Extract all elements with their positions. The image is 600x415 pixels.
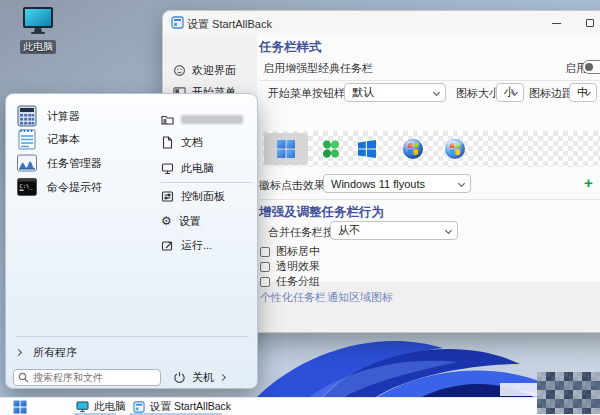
notepad-icon <box>16 128 38 150</box>
menu-item-command-prompt[interactable]: C:\_ 命令提示符 <box>16 175 151 199</box>
menu-item-label: 控制面板 <box>181 189 225 204</box>
window-titlebar[interactable]: 设置 StartAllBack <box>163 11 600 35</box>
flyout-dropdown[interactable]: Windows 11 flyouts <box>323 174 471 193</box>
orb-option-win10[interactable] <box>347 133 387 165</box>
control-panel-icon <box>161 190 174 203</box>
checkbox-label: 任务分组 <box>276 274 320 289</box>
enable-classic-taskbar-label: 启用增强型经典任务栏 <box>263 61 373 76</box>
all-programs-label: 所有程序 <box>33 345 77 360</box>
monitor-icon <box>12 6 64 36</box>
chevron-down-icon <box>458 180 465 187</box>
desktop-icon-this-pc[interactable]: 此电脑 <box>12 6 64 54</box>
taskbar-button-label: 此电脑 <box>94 400 126 414</box>
taskbar-button-label: 设置 StartAllBack <box>150 400 231 414</box>
dropdown-value: 默认 <box>352 85 374 100</box>
menu-item-control-panel[interactable]: 控制面板 <box>161 188 253 204</box>
menu-item-label: 运行... <box>181 238 212 253</box>
taskbar: 此电脑 设置 StartAllBack <box>0 397 600 415</box>
chevron-right-icon <box>15 348 22 355</box>
monitor-icon <box>76 401 89 413</box>
command-prompt-icon: C:\_ <box>16 176 38 198</box>
menu-divider <box>16 336 249 337</box>
icon-margin-label: 图标边距 <box>529 86 573 101</box>
chevron-down-icon <box>445 227 452 234</box>
menu-item-this-pc[interactable]: 此电脑 <box>161 160 253 176</box>
flyout-label: 徽标点击效果 <box>259 178 325 193</box>
checkbox-icon[interactable] <box>260 277 270 287</box>
start-button-style-dropdown[interactable]: 默认 <box>344 83 446 102</box>
search-input[interactable] <box>33 372 165 383</box>
maximize-button[interactable] <box>573 11 600 35</box>
cmd-text: C:\_ <box>20 183 34 190</box>
checkbox-transparency[interactable]: 透明效果 <box>260 259 320 274</box>
icon-margin-dropdown[interactable]: 中 <box>569 83 597 102</box>
dropdown-value: 从不 <box>338 223 360 238</box>
orb-option-vista-orb[interactable] <box>391 133 435 165</box>
desktop: 此电脑 设置 StartAllBack <box>0 0 600 415</box>
shutdown-label: 关机 <box>192 370 214 385</box>
computer-icon <box>161 162 174 175</box>
checkbox-icon[interactable] <box>260 262 270 272</box>
checkbox-task-grouping[interactable]: 任务分组 <box>260 274 320 289</box>
checkbox-center-icons[interactable]: 图标居中 <box>260 244 320 259</box>
smiley-icon <box>173 64 186 77</box>
menu-item-calculator[interactable]: 计算器 <box>16 104 151 128</box>
sidebar-item-welcome[interactable]: 欢迎界面 <box>168 60 252 80</box>
power-icon <box>173 371 186 384</box>
menu-divider <box>161 182 253 183</box>
checkbox-label: 透明效果 <box>276 259 320 274</box>
desktop-icon-label: 此电脑 <box>20 40 56 54</box>
menu-item-label: 记事本 <box>47 132 80 147</box>
settings-content: 任务栏样式 启用增强型经典任务栏 启用 开始菜单按钮样式: 默认 图标大小 小 … <box>257 35 600 332</box>
behavior-heading: 增强及调整任务栏行为 <box>259 204 384 221</box>
menu-item-task-manager[interactable]: 任务管理器 <box>16 151 151 175</box>
add-flyout-button[interactable]: + <box>584 174 593 191</box>
user-folder-icon <box>161 113 174 126</box>
menu-item-documents[interactable]: 文档 <box>161 134 253 150</box>
task-manager-icon <box>16 152 38 174</box>
menu-item-label: 此电脑 <box>181 161 214 176</box>
app-icon <box>171 16 184 29</box>
start-menu: 计算器 记事本 任务管理器 <box>5 93 258 389</box>
notification-area-icons-link[interactable]: 通知区域图标 <box>327 290 393 305</box>
orb-option-win7-orb[interactable] <box>433 133 477 165</box>
shutdown-button[interactable]: 关机 <box>173 369 225 386</box>
redacted-username <box>181 115 243 124</box>
orb-style-strip <box>263 131 600 167</box>
menu-item-notepad[interactable]: 记事本 <box>16 127 151 151</box>
menu-item-label: 计算器 <box>47 109 80 124</box>
redacted-watermark <box>537 372 600 414</box>
combine-buttons-dropdown[interactable]: 从不 <box>330 221 458 240</box>
menu-item-run[interactable]: 运行... <box>161 237 253 253</box>
app-icon <box>133 401 145 413</box>
enable-toggle[interactable] <box>582 60 600 74</box>
sidebar-label: 欢迎界面 <box>192 63 236 78</box>
checkbox-icon[interactable] <box>260 247 270 257</box>
checkbox-label: 图标居中 <box>276 244 320 259</box>
all-programs-button[interactable]: 所有程序 <box>16 344 77 360</box>
menu-item-label: 设置 <box>179 214 201 229</box>
redacted-watermark-light <box>500 383 538 396</box>
menu-item-label: 任务管理器 <box>47 156 102 171</box>
calculator-icon <box>16 105 38 127</box>
page-title: 任务栏样式 <box>259 39 322 56</box>
icon-size-dropdown[interactable]: 小 <box>496 83 524 102</box>
gear-icon: ⚙ <box>161 215 172 227</box>
chevron-right-icon <box>219 374 226 381</box>
menu-item-settings[interactable]: ⚙ 设置 <box>161 213 253 229</box>
icon-size-label: 图标大小 <box>456 86 500 101</box>
search-box[interactable] <box>13 369 161 386</box>
search-icon <box>18 372 29 383</box>
menu-item-label: 文档 <box>181 135 203 150</box>
personalize-taskbar-link[interactable]: 个性化任务栏 <box>260 290 326 305</box>
window-title: 设置 StartAllBack <box>187 17 272 32</box>
chevron-down-icon <box>433 89 440 96</box>
run-icon <box>161 239 174 252</box>
start-button[interactable] <box>10 400 30 414</box>
menu-item-user-profile[interactable] <box>161 111 253 127</box>
menu-item-label: 命令提示符 <box>47 180 102 195</box>
dropdown-value: Windows 11 flyouts <box>331 178 425 190</box>
minimize-button[interactable] <box>539 11 573 35</box>
document-icon <box>161 136 174 149</box>
orb-option-win11[interactable] <box>264 133 308 165</box>
